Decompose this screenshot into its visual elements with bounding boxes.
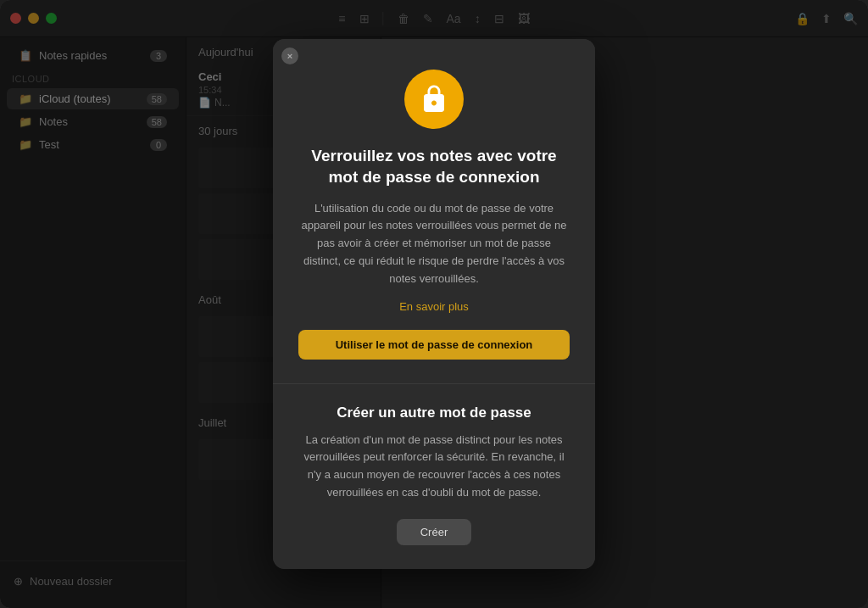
- modal-top-section: Verrouillez vos notes avec votre mot de …: [273, 39, 595, 383]
- app-window: ≡ ⊞ 🗑 ✎ Aa ↕ ⊟ 🖼 🔒 ⬆ 🔍 📋 Notes rapides 3…: [0, 0, 868, 608]
- modal-bottom-section: Créer un autre mot de passe La création …: [273, 384, 595, 569]
- modal-section2-desc: La création d'un mot de passe distinct p…: [298, 432, 570, 502]
- modal-section2-title: Créer un autre mot de passe: [298, 404, 570, 421]
- modal-secondary-button[interactable]: Créer: [397, 519, 472, 545]
- modal-primary-button[interactable]: Utiliser le mot de passe de connexion: [298, 330, 570, 360]
- close-icon: ×: [287, 51, 292, 61]
- modal-learn-more-link[interactable]: En savoir plus: [298, 300, 570, 313]
- modal-description: L'utilisation du code ou du mot de passe…: [298, 200, 570, 288]
- modal-title: Verrouillez vos notes avec votre mot de …: [298, 146, 570, 187]
- modal-overlay: × Verrouillez vos notes avec votre mot d…: [0, 0, 868, 608]
- lock-icon-circle: [404, 70, 464, 129]
- lock-icon: [419, 84, 449, 114]
- modal-dialog: × Verrouillez vos notes avec votre mot d…: [273, 39, 595, 569]
